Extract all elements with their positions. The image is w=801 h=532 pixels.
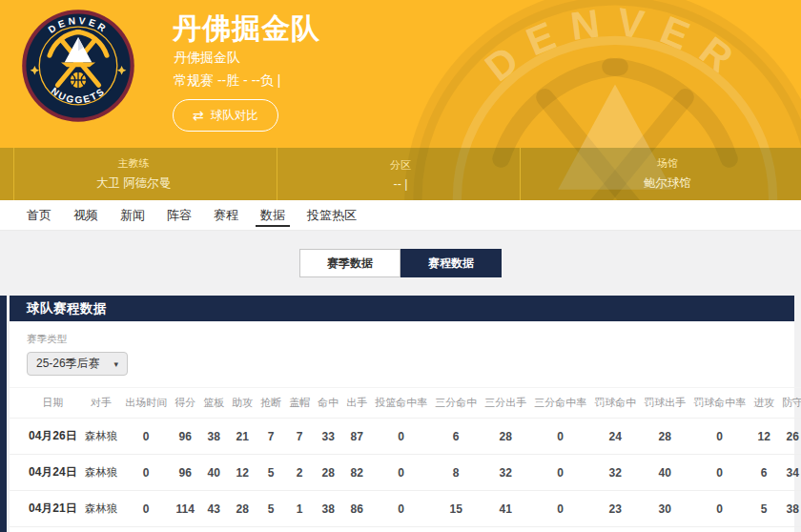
cell-0-5: 21 [228, 419, 257, 455]
schedule-stats-table: 日期对手出场时间得分篮板助攻抢断盖帽命中出手投篮命中率三分命中三分出手三分命中率… [10, 387, 801, 532]
col-header-11: 三分命中 [431, 388, 481, 419]
cell-2-17: 5 [750, 491, 778, 527]
cell-0-1: 森林狼 [81, 419, 122, 455]
cell-3-7: 1 [285, 527, 314, 532]
tab-home[interactable]: 首页 [17, 200, 61, 230]
cell-3-5: 27 [228, 527, 257, 532]
cell-1-6: 5 [257, 455, 285, 491]
cell-2-4: 43 [199, 491, 228, 527]
tab-news[interactable]: 新闻 [111, 200, 154, 230]
table-body: 04月26日森林狼0963821773387062802428012261022… [10, 419, 801, 532]
cell-0-17: 12 [750, 419, 778, 455]
cell-3-15: 33 [640, 527, 689, 532]
cell-0-18: 26 [778, 419, 801, 455]
info-value-coach: 大卫 阿德尔曼 [96, 175, 171, 192]
team-compare-button[interactable]: ⇄ 球队对比 [173, 99, 278, 132]
col-header-18: 防守 [778, 388, 801, 419]
cell-3-12: 36 [481, 527, 530, 532]
cell-2-10: 0 [371, 491, 431, 527]
cell-1-0: 04月24日 [10, 455, 81, 491]
cell-3-0: 04月19日 [10, 527, 81, 532]
toggle-season-data[interactable]: 赛季数据 [299, 249, 400, 277]
cell-0-4: 38 [199, 419, 228, 455]
cell-1-10: 0 [371, 455, 431, 491]
col-header-16: 罚球命中率 [689, 388, 750, 419]
cell-1-8: 28 [314, 455, 342, 491]
team-hero: DENVER DENVER NU [0, 0, 801, 200]
info-label-coach: 主教练 [118, 156, 150, 171]
col-header-3: 得分 [171, 388, 199, 419]
cell-3-6: 7 [257, 527, 285, 532]
cell-1-15: 40 [640, 455, 689, 491]
team-info-bar: 主教练大卫 阿德尔曼分区-- |场馆鲍尔球馆 [0, 148, 801, 200]
cell-0-2: 0 [121, 419, 171, 455]
col-header-1: 对手 [81, 388, 122, 419]
tab-shot-zone[interactable]: 投篮热区 [298, 200, 366, 230]
cell-2-8: 38 [314, 491, 342, 527]
season-type-value: 25-26季后赛 [36, 356, 100, 372]
col-header-2: 出场时间 [121, 388, 171, 419]
cell-2-3: 114 [171, 491, 199, 527]
tab-video[interactable]: 视频 [64, 200, 108, 230]
cell-3-11: 10 [431, 527, 481, 532]
col-header-7: 盖帽 [285, 388, 314, 419]
table-head: 日期对手出场时间得分篮板助攻抢断盖帽命中出手投篮命中率三分命中三分出手三分命中率… [10, 388, 801, 419]
col-header-5: 助攻 [228, 388, 257, 419]
cell-0-9: 87 [342, 419, 371, 455]
nav-tabs: 首页视频新闻阵容赛程数据投篮热区 [0, 200, 801, 231]
cell-1-1: 森林狼 [81, 455, 122, 491]
col-header-4: 篮板 [199, 388, 228, 419]
cell-2-2: 0 [121, 491, 171, 527]
cell-1-14: 32 [590, 455, 640, 491]
cell-3-16: 0 [689, 527, 750, 532]
season-type-select[interactable]: 25-26季后赛 ▾ [27, 352, 128, 376]
cell-1-17: 6 [750, 455, 778, 491]
cell-3-17: 8 [750, 527, 778, 532]
cell-1-2: 0 [121, 455, 171, 491]
cell-2-7: 1 [285, 491, 314, 527]
col-header-10: 投篮命中率 [371, 388, 431, 419]
cell-0-0: 04月26日 [10, 419, 81, 455]
team-subtitle: 丹佛掘金队 [174, 50, 240, 67]
schedule-data-card: 球队赛程数据 赛季类型 25-26季后赛 ▾ 日期对手出场时间得分篮板助攻抢断盖… [10, 296, 794, 532]
col-header-0: 日期 [10, 388, 81, 419]
table-row: 04月24日森林狼096401252288208320324006341018 [10, 455, 801, 491]
cell-0-14: 24 [590, 419, 640, 455]
col-header-12: 三分出手 [481, 388, 530, 419]
chevron-down-icon: ▾ [113, 359, 118, 369]
col-header-6: 抢断 [257, 388, 285, 419]
cell-0-16: 0 [689, 419, 750, 455]
cell-0-11: 6 [431, 419, 481, 455]
cell-1-9: 82 [342, 455, 371, 491]
col-header-15: 罚球出手 [640, 388, 689, 419]
cell-1-3: 96 [171, 455, 199, 491]
cell-0-3: 96 [171, 419, 199, 455]
cell-2-1: 森林狼 [81, 491, 122, 527]
col-header-9: 出手 [342, 388, 371, 419]
table-row: 04月21日森林狼0114432851388601541023300538924 [10, 491, 801, 527]
cell-1-16: 0 [689, 455, 750, 491]
cell-0-15: 28 [640, 419, 689, 455]
team-logo-icon: DENVER NUGGETS [21, 9, 135, 123]
tab-schedule[interactable]: 赛程 [204, 200, 248, 230]
tab-roster[interactable]: 阵容 [157, 200, 201, 230]
cell-2-9: 86 [342, 491, 371, 527]
cell-2-18: 38 [778, 491, 801, 527]
cell-2-6: 5 [257, 491, 285, 527]
cell-0-10: 0 [371, 419, 431, 455]
cell-1-18: 34 [778, 455, 801, 491]
cell-0-7: 7 [285, 419, 314, 455]
section-title: 球队赛程数据 [10, 296, 794, 321]
cell-3-2: 0 [121, 527, 171, 532]
toggle-schedule-data[interactable]: 赛程数据 [400, 249, 502, 277]
cell-1-7: 2 [285, 455, 314, 491]
data-view-toggle: 赛季数据赛程数据 [0, 249, 801, 277]
cell-1-5: 12 [228, 455, 257, 491]
cell-3-10: 0 [371, 527, 431, 532]
cell-2-15: 30 [640, 491, 689, 527]
cell-2-11: 15 [431, 491, 481, 527]
tab-data[interactable]: 数据 [251, 200, 295, 230]
info-value-division: -- | [393, 177, 407, 191]
col-header-13: 三分命中率 [530, 388, 590, 419]
cell-0-8: 33 [314, 419, 342, 455]
